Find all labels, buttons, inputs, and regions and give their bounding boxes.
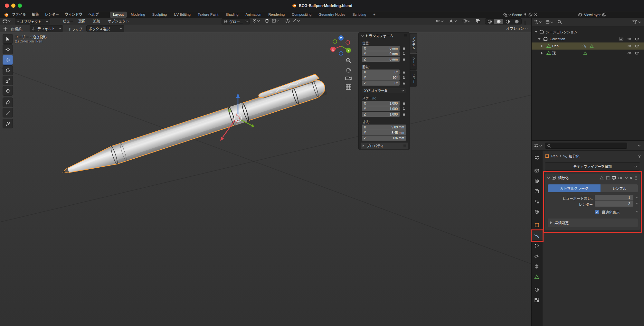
lock-icon[interactable] [402,80,406,86]
scale-tool[interactable] [3,76,13,85]
select-box-tool[interactable] [3,34,13,44]
breadcrumb-modifier[interactable]: 細分化 [569,154,580,159]
viewlayer-name[interactable]: ViewLayer [584,13,601,17]
outliner-row-scene-collection[interactable]: シーンコレクション [532,28,644,35]
gizmo-plane-handle[interactable] [228,109,231,112]
dimensions-z-field[interactable]: Z136 mm [362,135,406,141]
outliner-display-mode-dropdown[interactable] [545,20,553,24]
nav-axis-x-negative[interactable] [346,41,350,44]
eye-icon[interactable] [627,51,632,55]
menu-help[interactable]: ヘルプ [85,11,102,18]
properties-search-input[interactable] [545,143,627,149]
viewlayer-icon[interactable] [578,13,582,17]
lock-icon[interactable] [402,101,406,106]
pivot-point-dropdown[interactable] [252,19,260,23]
viewport-levels-field[interactable]: 1 [595,195,633,200]
viewport-menu-select[interactable]: 選択 [75,18,88,25]
gizmos-dropdown[interactable] [449,19,456,23]
blender-logo-icon[interactable] [3,12,9,17]
scale-y-field[interactable]: Y1.000 [362,106,400,111]
proportional-falloff-dropdown[interactable] [292,19,299,23]
animate-dot-icon[interactable] [636,197,638,198]
lock-icon[interactable] [402,106,406,111]
tab-tool[interactable] [534,154,540,161]
workspace-tab-rendering[interactable]: Rendering [265,12,288,18]
outliner-item-label[interactable]: Pen [552,44,559,48]
rotation-x-field[interactable]: X0° [362,70,400,75]
transform-orientation-dropdown[interactable]: グロー... [222,18,250,24]
new-viewlayer-icon[interactable] [602,13,606,17]
dimensions-y-field[interactable]: Y8.45 mm [362,130,406,135]
xray-toggle[interactable] [476,19,480,24]
tab-material[interactable] [534,286,540,293]
properties-subpanel-header[interactable]: プロパティ [361,143,408,149]
render-levels-field[interactable]: 2 [595,201,633,207]
chevron-down-icon[interactable] [639,20,641,23]
tab-world[interactable] [534,209,540,215]
workspace-tab-scripting[interactable]: Scripting [349,12,369,18]
workspace-tab-shading[interactable]: Shading [222,12,242,18]
workspace-tab-modeling[interactable]: Modeling [128,12,148,18]
outliner-item-label[interactable]: 球 [552,51,556,56]
options-dropdown[interactable]: オプション [506,26,527,31]
expand-icon[interactable] [541,52,543,54]
camera-icon[interactable] [635,44,639,48]
panel-menu-icon[interactable] [404,34,407,37]
optimal-display-checkbox[interactable] [595,210,599,214]
viewport-menu-add[interactable]: 追加 [90,18,103,25]
tab-constraints[interactable] [534,263,540,270]
add-cube-tool[interactable] [3,119,13,128]
animate-dot-icon[interactable] [636,211,638,212]
new-scene-icon[interactable] [528,13,533,17]
object-visibility-dropdown[interactable] [435,19,443,23]
chevron-down-icon[interactable] [638,144,640,146]
shading-wireframe-button[interactable] [485,19,494,24]
realtime-toggle-icon[interactable] [612,176,616,180]
expand-icon[interactable] [538,38,541,40]
viewport-menu-object[interactable]: オブジェクト [105,18,132,25]
tab-modifiers[interactable] [534,232,540,239]
advanced-subpanel-header[interactable]: 詳細設定 [548,219,638,227]
scale-x-field[interactable]: X1.000 [362,101,400,106]
rotate-tool[interactable] [3,65,13,75]
animate-dot-icon[interactable] [636,203,638,204]
shading-material-button[interactable] [503,19,512,24]
optimal-display-label[interactable]: 最適化表示 [602,210,620,215]
tab-output[interactable] [534,178,540,184]
workspace-tab-layout[interactable]: Layout [110,12,127,18]
eye-icon[interactable] [627,44,632,48]
panel-menu-icon[interactable] [403,144,406,147]
tab-physics[interactable] [534,253,540,259]
maximize-window-button[interactable] [18,4,22,8]
shading-solid-button[interactable] [494,19,503,24]
workspace-tab-animation[interactable]: Animation [242,12,265,18]
cursor-tool[interactable] [3,44,13,54]
tab-view-layer[interactable] [534,188,540,194]
mode-dropdown[interactable]: オブジェクト... [15,18,50,24]
outliner-row-collection[interactable]: Collection [532,35,644,42]
lock-icon[interactable] [402,70,406,75]
proportional-editing-toggle[interactable] [285,19,290,24]
camera-icon[interactable] [635,51,639,55]
tab-particles[interactable] [534,243,540,249]
on-cage-toggle-icon[interactable] [600,176,604,180]
render-toggle-icon[interactable] [618,176,622,180]
properties-editor-type-button[interactable] [534,144,542,148]
move-tool[interactable] [3,55,13,65]
add-modifier-button[interactable]: モディファイアーを追加 [545,162,640,171]
shading-dropdown[interactable] [525,21,525,24]
close-icon[interactable] [629,176,633,180]
nav-axis-z-negative[interactable] [339,51,343,55]
search-icon[interactable] [557,20,562,24]
workspace-tab-uv-editing[interactable]: UV Editing [171,12,194,18]
workspace-tab-texture-paint[interactable]: Texture Paint [194,12,222,18]
object-icon[interactable] [545,154,549,158]
measure-tool[interactable] [3,108,13,117]
snap-toggle[interactable] [265,19,269,24]
outliner-item-label[interactable]: シーンコレクション [546,29,577,34]
simple-button[interactable]: シンプル [601,184,638,192]
lock-icon[interactable] [402,51,406,56]
coord-system-dropdown[interactable]: デフォルト [30,25,63,32]
expand-icon[interactable] [535,31,537,33]
tab-object[interactable] [534,222,540,228]
